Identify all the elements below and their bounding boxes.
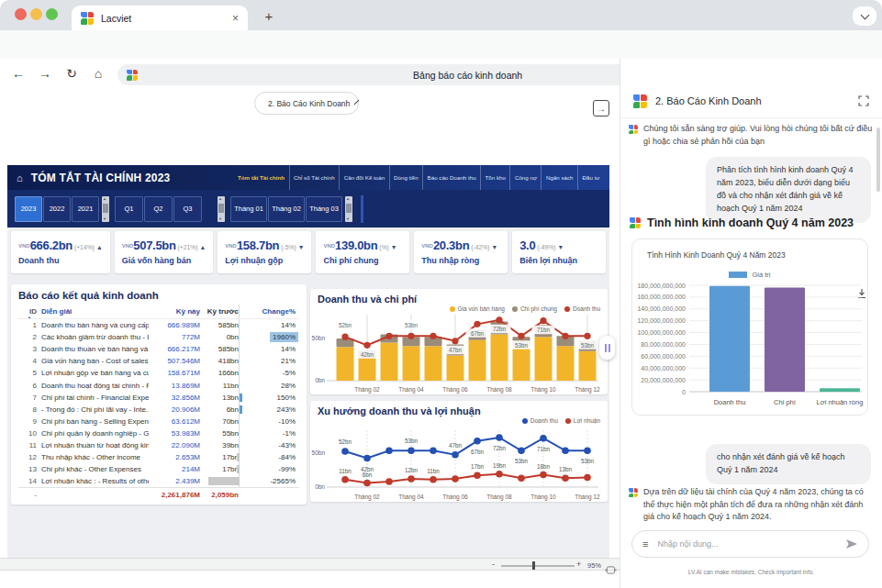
cell-change: -84%: [239, 451, 299, 463]
cell-id: 6: [18, 382, 37, 390]
cell-description: Chi phí quản lý doanh nghiệp - Gen...: [41, 429, 149, 438]
column-header-change[interactable]: Change%: [239, 305, 299, 318]
home-button[interactable]: ⌂: [89, 66, 107, 81]
column-header-previous[interactable]: Kỳ trước: [200, 307, 239, 316]
cell-change: -99%: [239, 463, 299, 475]
cell-id: 13: [18, 465, 37, 473]
browser-tab[interactable]: Lacviet ×: [72, 6, 248, 30]
kpi-card[interactable]: VND139.0bn (%) ▼Chi phí chung: [316, 231, 409, 273]
table-row[interactable]: 7Chi phí tài chính - Financial Expenses3…: [18, 392, 299, 404]
svg-text:0bn: 0bn: [315, 377, 325, 383]
dash-nav-item[interactable]: Tồn kho: [480, 165, 509, 190]
kpi-card[interactable]: VND666.2bn (+14%) ▲Doanh thu: [11, 231, 110, 273]
dashboard-home-icon[interactable]: ⌂: [17, 172, 23, 183]
kpi-card[interactable]: VND158.7bn (-5%) ▼Lợi nhuận gộp: [218, 231, 311, 273]
open-panel-button[interactable]: →: [593, 100, 609, 116]
site-favicon: [127, 70, 138, 81]
table-row[interactable]: 3Doanh thu thuần về bán hàng và cu...666…: [18, 343, 299, 355]
close-window-light[interactable]: [15, 8, 27, 20]
menu-icon[interactable]: ≡: [642, 538, 648, 549]
send-icon[interactable]: [845, 538, 858, 549]
table-row[interactable]: 1Doanh thu bán hàng và cung cấp dị...666…: [18, 319, 299, 331]
new-tab-button[interactable]: +: [258, 5, 280, 27]
svg-text:Doanh thu: Doanh thu: [714, 398, 746, 406]
svg-text:50bn: 50bn: [312, 449, 326, 456]
panel-collapse-handle[interactable]: [599, 336, 615, 360]
svg-text:11bn: 11bn: [339, 468, 352, 474]
maximize-window-light[interactable]: [46, 8, 58, 20]
table-row[interactable]: 12Thu nhập khác - Other income2.653M17bn…: [18, 451, 299, 463]
forward-button[interactable]: →: [36, 66, 54, 81]
zoom-in-button[interactable]: +: [576, 560, 581, 569]
chat-input[interactable]: [655, 538, 838, 549]
table-row[interactable]: 14Lợi nhuận khác : - Results of other ..…: [18, 475, 299, 487]
filter-quarter-button[interactable]: Q2: [144, 196, 173, 222]
svg-text:6bn: 6bn: [363, 472, 373, 478]
svg-text:Tháng 02: Tháng 02: [354, 494, 380, 501]
section-icon: [630, 217, 641, 228]
filter-year-button[interactable]: 2023: [15, 196, 42, 222]
filter-scrollbar[interactable]: ▲▼: [102, 196, 109, 222]
tab-search-button[interactable]: [853, 6, 876, 26]
legend-item: Doanh thu: [522, 417, 558, 424]
svg-text:100,000,000,000: 100,000,000,000: [637, 329, 686, 336]
expand-icon[interactable]: [858, 95, 869, 106]
kpi-card[interactable]: 3.0 (-49%) ▼Biên lợi nhuận: [512, 231, 606, 273]
zoom-slider-thumb[interactable]: [532, 561, 535, 570]
filter-quarter-button[interactable]: Q1: [115, 196, 143, 222]
dash-nav-item[interactable]: Dòng tiền: [389, 165, 423, 190]
dash-nav-item[interactable]: Ngân sách: [541, 165, 577, 190]
kpi-label: Giá vốn hàng bán: [122, 256, 207, 265]
back-button[interactable]: ←: [9, 66, 28, 81]
dash-nav-item[interactable]: Báo cáo Doanh thu: [422, 165, 480, 190]
report-selector[interactable]: 2. Báo Cáo Kinh Doanh: [254, 92, 359, 115]
table-row[interactable]: 10Chi phí quản lý doanh nghiệp - Gen...5…: [18, 427, 299, 439]
table-row[interactable]: 4Giá vốn hàng bán - Cost of sales507.546…: [18, 355, 299, 367]
svg-text:12bn: 12bn: [405, 467, 419, 473]
filter-year-button[interactable]: 2022: [43, 196, 71, 222]
kpi-currency: VND: [225, 243, 237, 249]
table-row[interactable]: 9Chi phí bán hàng - Selling Expenses63.6…: [18, 416, 299, 427]
bot-avatar: [629, 125, 638, 134]
zoom-slider[interactable]: [501, 565, 575, 567]
sidebar-scrollbar[interactable]: [876, 128, 880, 192]
cell-change: -43%: [239, 439, 299, 451]
dash-nav-item[interactable]: Chỉ số Tài chính: [289, 165, 340, 190]
table-row[interactable]: 11Lợi nhuận thuần từ hoạt động kinh ...2…: [18, 439, 299, 451]
filter-scrollbar[interactable]: ▲▼: [218, 196, 225, 222]
column-header-current[interactable]: Kỳ này: [149, 307, 200, 316]
table-row[interactable]: 2Các khoản giảm trừ doanh thu - Les...77…: [18, 331, 299, 343]
zoom-out-button[interactable]: -: [492, 560, 495, 569]
dash-nav-item[interactable]: Tóm tắt Tài chính: [233, 165, 288, 190]
svg-text:20,000,000,000: 20,000,000,000: [641, 377, 686, 383]
dash-nav-item[interactable]: Công nợ: [509, 165, 541, 190]
kpi-card[interactable]: VND20.3bn (-42%) ▼Thu nhập ròng: [414, 231, 508, 273]
filter-quarter-button[interactable]: Q3: [173, 196, 202, 222]
table-row[interactable]: 6Doanh thu hoạt động tài chính - Fin...1…: [18, 379, 299, 391]
fit-to-screen-icon[interactable]: [605, 561, 617, 578]
qa-chart-legend: Giá trị: [632, 271, 867, 279]
cell-current: 53.983M: [149, 429, 200, 438]
table-row[interactable]: 13Chi phí khác - Other Expenses214M17bn-…: [18, 463, 299, 475]
filter-month-button[interactable]: Tháng 01: [230, 196, 267, 222]
cell-id: 4: [18, 357, 37, 365]
chevron-down-icon: [354, 99, 360, 105]
table-row[interactable]: 5Lợi nhuận gộp về bán hàng và cung ...15…: [18, 367, 299, 379]
kpi-trend-icon: ▼: [557, 244, 564, 250]
cell-description: Thu nhập khác - Other income: [41, 453, 149, 461]
filter-month-button[interactable]: Tháng 03: [306, 196, 342, 222]
chart-legend: Giá vốn bán hàngChi phí chungDoanh thu: [450, 305, 600, 312]
dash-nav-item[interactable]: Đầu tư: [577, 165, 604, 190]
column-header-desc[interactable]: Diễn giải: [41, 307, 149, 316]
filter-scrollbar[interactable]: ▲▼: [345, 196, 352, 222]
minimize-window-light[interactable]: [30, 8, 42, 20]
kpi-card[interactable]: VND507.5bn (+21%) ▲Giá vốn hàng bán: [115, 231, 214, 273]
table-row[interactable]: 8 - Trong đó : Chi phí lãi vay - Inte...…: [18, 404, 299, 416]
column-header-id[interactable]: ID▲: [18, 307, 37, 316]
reload-button[interactable]: ↻: [62, 66, 81, 81]
filter-year-button[interactable]: 2021: [72, 196, 99, 222]
filter-month-button[interactable]: Tháng 02: [268, 196, 305, 222]
kpi-row: VND666.2bn (+14%) ▲Doanh thuVND507.5bn (…: [11, 231, 606, 273]
tab-close-icon[interactable]: ×: [232, 12, 239, 25]
dash-nav-item[interactable]: Cân đối Kế toán: [339, 165, 388, 190]
